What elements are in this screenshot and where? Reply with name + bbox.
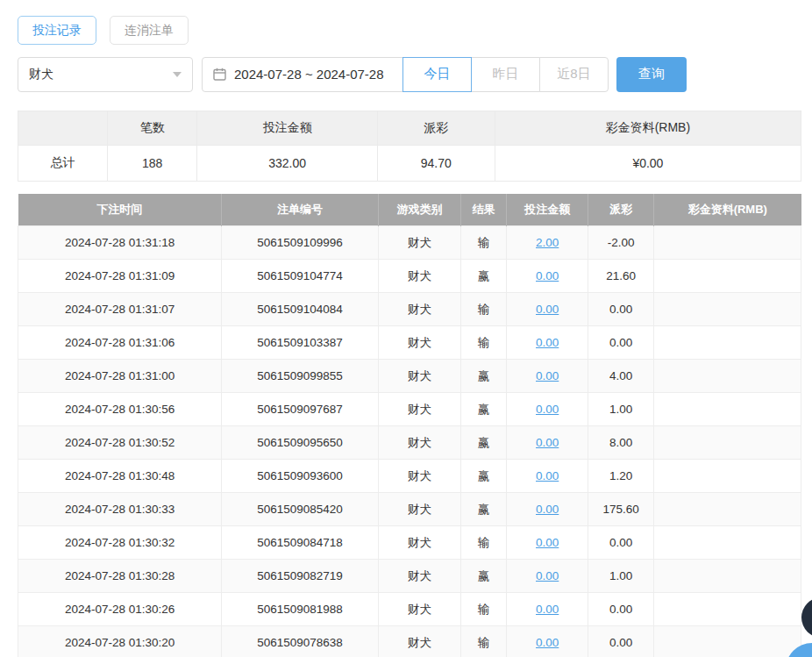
cell-result: 赢 [461,460,507,493]
cell-result: 输 [461,626,507,657]
cell-bet-amount[interactable]: 0.00 [507,626,588,657]
tab-cancel-orders[interactable]: 连消注单 [110,16,189,45]
cell-result: 输 [461,326,507,360]
cell-result: 输 [461,526,507,560]
cell-bonus [654,493,801,526]
header-payout: 派彩 [588,194,654,226]
cell-order-id: 5061509085420 [222,493,379,526]
bet-amount-link[interactable]: 0.00 [536,303,559,316]
cell-bet-amount[interactable]: 2.00 [507,226,588,260]
bet-amount-link[interactable]: 0.00 [536,369,559,382]
date-range-picker[interactable]: 2024-07-28 ~ 2024-07-28 [202,57,403,92]
cell-result: 输 [461,293,507,326]
header-bet-amount: 投注金额 [507,194,588,226]
cell-bet-time: 2024-07-28 01:30:48 [18,460,222,493]
cell-order-id: 5061509093600 [222,460,379,493]
summary-header-payout: 派彩 [377,111,495,145]
bet-amount-link[interactable]: 0.00 [536,536,559,549]
cell-bet-amount[interactable]: 0.00 [507,493,588,526]
cell-order-id: 5061509081988 [222,593,379,626]
summary-header-bonus: 彩金资料(RMB) [495,111,801,145]
cell-bet-amount[interactable]: 0.00 [507,393,588,426]
game-select[interactable]: 财犬 [18,57,193,92]
cell-payout: 1.00 [588,393,654,426]
cell-bet-amount[interactable]: 0.00 [507,593,588,626]
cell-result: 赢 [461,426,507,460]
bet-amount-link[interactable]: 0.00 [536,569,559,582]
tab-bar: 投注记录 连消注单 [18,16,801,45]
summary-header-count: 笔数 [107,111,197,145]
cell-order-id: 5061509103387 [222,326,379,360]
cell-order-id: 5061509078638 [222,626,379,657]
quick-button-last-8-days[interactable]: 近8日 [539,57,609,92]
summary-total-label: 总计 [18,145,108,181]
cell-bonus [654,526,801,560]
table-row: 2024-07-28 01:31:075061509104084财犬输0.000… [18,293,801,326]
bet-amount-link[interactable]: 0.00 [536,403,559,416]
cell-bet-amount[interactable]: 0.00 [507,293,588,326]
summary-table: 笔数 投注金额 派彩 彩金资料(RMB) 总计 188 332.00 94.70… [18,111,801,182]
cell-payout: 1.00 [588,560,654,593]
cell-bet-time: 2024-07-28 01:31:00 [18,360,222,393]
cell-bet-time: 2024-07-28 01:30:56 [18,393,222,426]
table-header-row: 下注时间 注单编号 游戏类别 结果 投注金额 派彩 彩金资料(RMB) [18,194,801,226]
bet-amount-link[interactable]: 0.00 [536,503,559,516]
cell-bet-amount[interactable]: 0.00 [507,426,588,460]
cell-bet-amount[interactable]: 0.00 [507,560,588,593]
cell-payout: 0.00 [588,593,654,626]
cell-order-id: 5061509095650 [222,426,379,460]
cell-bet-amount[interactable]: 0.00 [507,526,588,560]
header-order-id: 注单编号 [222,194,379,226]
date-filter-group: 2024-07-28 ~ 2024-07-28 今日 昨日 近8日 [202,57,609,92]
cell-game-category: 财犬 [378,360,461,393]
cell-bet-time: 2024-07-28 01:31:09 [18,260,222,293]
cell-bet-time: 2024-07-28 01:30:26 [18,593,222,626]
cell-order-id: 5061509097687 [222,393,379,426]
cell-bet-amount[interactable]: 0.00 [507,326,588,360]
summary-total-count: 188 [107,145,197,181]
cell-game-category: 财犬 [378,293,461,326]
quick-button-yesterday[interactable]: 昨日 [471,57,540,92]
tab-bet-records[interactable]: 投注记录 [18,16,96,45]
summary-header-bet-amount: 投注金额 [197,111,377,145]
bet-amount-link[interactable]: 0.00 [536,436,559,449]
calendar-icon [213,68,226,81]
bet-table-body: 2024-07-28 01:31:185061509109996财犬输2.00-… [18,226,801,657]
bet-amount-link[interactable]: 0.00 [536,603,559,616]
cell-bet-amount[interactable]: 0.00 [507,260,588,293]
cell-order-id: 5061509082719 [222,560,379,593]
query-button[interactable]: 查询 [616,57,687,92]
filter-bar: 财犬 2024-07-28 ~ 2024-07-28 今日 昨日 近8日 查询 [18,57,801,92]
summary-total-bonus: ¥0.00 [495,145,801,181]
cell-bet-time: 2024-07-28 01:30:52 [18,426,222,460]
cell-bet-amount[interactable]: 0.00 [507,460,588,493]
cell-payout: 8.00 [588,426,654,460]
summary-total-bet-amount: 332.00 [197,145,377,181]
cell-result: 赢 [461,393,507,426]
cell-order-id: 5061509104084 [222,293,379,326]
bet-amount-link[interactable]: 2.00 [536,236,559,249]
summary-header-row: 笔数 投注金额 派彩 彩金资料(RMB) [18,111,801,145]
cell-bet-amount[interactable]: 0.00 [507,360,588,393]
cell-bonus [654,593,801,626]
cell-bet-time: 2024-07-28 01:30:20 [18,626,222,657]
table-row: 2024-07-28 01:31:065061509103387财犬输0.000… [18,326,801,360]
cell-bonus [654,260,801,293]
bet-amount-link[interactable]: 0.00 [536,636,559,649]
cell-bet-time: 2024-07-28 01:30:33 [18,493,222,526]
cell-bonus [654,460,801,493]
cell-bet-time: 2024-07-28 01:31:07 [18,293,222,326]
cell-bet-time: 2024-07-28 01:31:18 [18,226,222,260]
bet-amount-link[interactable]: 0.00 [536,269,559,282]
cell-order-id: 5061509109996 [222,226,379,260]
cell-bonus [654,426,801,460]
header-game-category: 游戏类别 [378,194,461,226]
cell-game-category: 财犬 [378,493,461,526]
cell-bonus [654,226,801,260]
bet-amount-link[interactable]: 0.00 [536,336,559,349]
bet-amount-link[interactable]: 0.00 [536,469,559,482]
cell-bonus [654,326,801,360]
cell-order-id: 5061509084718 [222,526,379,560]
quick-button-today[interactable]: 今日 [402,57,472,92]
header-bet-time: 下注时间 [18,194,222,226]
